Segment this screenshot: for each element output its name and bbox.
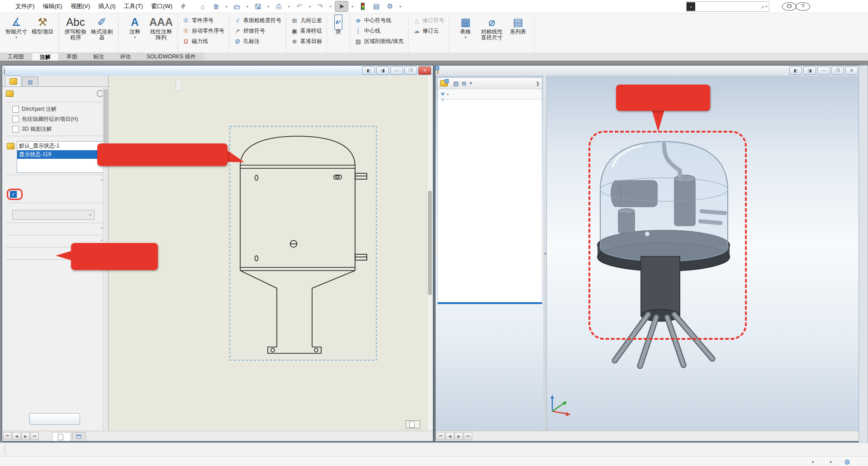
more-properties-button[interactable] <box>29 413 80 425</box>
tile-left-icon[interactable]: ◧ <box>362 67 375 75</box>
ribbon-button[interactable]: Abc 拼写检验程序 <box>62 14 89 52</box>
dimxpertmanager-tab-icon[interactable]: ⌖ <box>469 80 472 87</box>
menu-item[interactable]: 视图(V) <box>66 0 94 13</box>
options-gear-icon[interactable]: ⚙ <box>384 1 396 11</box>
undo-icon[interactable]: ↶ <box>293 1 306 11</box>
scale-section-header[interactable] <box>6 205 104 208</box>
scale-dropdown[interactable]: ▾ <box>12 210 95 220</box>
command-tab[interactable]: 评估 <box>112 52 139 61</box>
display-style-section-header[interactable]: ⌃ <box>6 177 104 185</box>
displaymanager-tab-icon[interactable] <box>475 81 481 86</box>
ribbon-button[interactable]: ⚒ 模型项目 ▾ <box>29 14 56 52</box>
drawing-vertical-scrollbar[interactable] <box>427 76 433 431</box>
command-search[interactable]: › ⌕ ▾ <box>686 1 769 12</box>
print-caret[interactable]: ▾ <box>286 1 292 11</box>
options-caret[interactable]: ▾ <box>397 1 403 11</box>
display-state-item[interactable]: 默认_显示状态-1 <box>17 142 103 150</box>
rebuild-traffic-light-icon[interactable] <box>356 1 369 11</box>
ribbon-small-button[interactable]: ① 零件序号 <box>181 17 226 24</box>
units-caret-icon[interactable]: ▲ <box>829 460 833 464</box>
ribbon-small-button[interactable]: ① 自动零件序号 <box>181 27 226 35</box>
expand-tree-icon[interactable]: ❯ <box>536 81 540 86</box>
propertymanager-tab[interactable] <box>5 76 21 86</box>
drawing-window-titlebar[interactable]: ◧ ◨ — ❐ ✕ <box>2 66 433 76</box>
ribbon-small-button[interactable]: △ 修订符号 <box>412 17 446 24</box>
first-sheet-icon[interactable]: ⏮ <box>3 432 12 440</box>
restore-icon[interactable]: ❐ <box>831 67 844 75</box>
toolbar-grip[interactable] <box>5 446 7 454</box>
display-state-item[interactable]: 显示状态-119 <box>17 150 103 159</box>
ribbon-button[interactable]: ∡ 智能尺寸 ▾ <box>3 14 29 52</box>
restore-icon[interactable]: ❐ <box>404 67 417 75</box>
next-tab-icon[interactable]: ▶ <box>455 432 463 440</box>
user-account-icon[interactable]: ⵙ <box>782 2 796 11</box>
propertymanager-tab-icon[interactable]: ▤ <box>453 80 459 87</box>
menu-item[interactable]: 编辑(E) <box>39 0 66 13</box>
ribbon-small-button[interactable]: ↗ 焊接符号 <box>232 27 283 35</box>
featuremanager-tab[interactable]: ▤ <box>22 76 38 86</box>
open-document-icon[interactable]: 🗁 <box>231 1 243 11</box>
print-icon[interactable]: ⎙ <box>272 1 285 11</box>
sheet-format-tag[interactable] <box>406 420 420 428</box>
save-icon[interactable]: 🖫 <box>251 1 264 11</box>
command-tab[interactable]: 标注 <box>85 52 112 61</box>
last-sheet-icon[interactable]: ⏭ <box>30 432 39 440</box>
tile-right-icon[interactable]: ◨ <box>376 67 389 75</box>
new-document-caret[interactable]: ▾ <box>223 1 230 11</box>
redo-caret[interactable]: ▾ <box>327 1 334 11</box>
menu-item[interactable]: 文件(F) <box>11 0 39 13</box>
ribbon-small-button[interactable]: Ω 磁力线 <box>181 38 226 45</box>
menu-item[interactable]: 工具(T) <box>120 0 147 13</box>
configurationmanager-tab-icon[interactable]: ⊞ <box>461 80 466 87</box>
ok-check-icon[interactable] <box>6 98 104 100</box>
ribbon-small-button[interactable]: √ 表面粗糙度符号 <box>232 17 283 24</box>
minimize-icon[interactable]: — <box>390 67 403 75</box>
save-caret[interactable]: ▾ <box>265 1 271 11</box>
filter-caret-icon[interactable]: ▾ <box>447 92 449 96</box>
open-caret[interactable]: ▾ <box>244 1 251 11</box>
select-caret[interactable]: ▾ <box>349 1 356 11</box>
first-tab-icon[interactable]: ⏮ <box>436 432 445 440</box>
assembly-viewport[interactable]: ▤ ⊞ ⌖ ❯ ▾ ◂ <box>436 76 860 431</box>
command-tab[interactable]: 工程图 <box>0 52 32 61</box>
command-tab[interactable]: 草图 <box>59 52 85 61</box>
display-state-section-header[interactable] <box>6 138 104 141</box>
checkbox[interactable] <box>12 106 19 113</box>
ribbon-button[interactable]: ▤ 系列表 ▾ <box>505 14 531 52</box>
sheet-tab[interactable] <box>52 432 71 441</box>
command-tab[interactable]: 注解 <box>32 52 59 61</box>
ribbon-small-button[interactable]: ☁ 修订云 <box>412 27 446 35</box>
ribbon-small-button[interactable]: Ø 孔标注 <box>232 38 283 45</box>
transparent-components-checkbox[interactable]: ✓ <box>10 191 17 198</box>
display-state-listbox[interactable]: 默认_显示状态-1显示状态-119 <box>17 141 104 173</box>
menu-item[interactable]: 窗口(W) <box>147 0 176 13</box>
checkbox-row[interactable]: 包括隐藏特征的项目(H) <box>6 114 104 124</box>
ribbon-small-button[interactable]: ⊕ 中心符号线 <box>353 17 405 24</box>
ribbon-button[interactable]: A 注释 ▾ <box>122 14 148 52</box>
search-icon[interactable]: ⌕ <box>760 3 765 10</box>
assembly-window-titlebar[interactable]: ◧ ◨ — ❐ ✕ <box>436 66 860 76</box>
pin-menu-icon[interactable] <box>181 4 185 9</box>
help-icon[interactable]: ? <box>796 2 809 11</box>
ribbon-button[interactable]: ⌀ 对称线性直径尺寸 ▾ <box>479 14 505 52</box>
ribbon-button[interactable]: ▦ 表格 ▾ <box>452 14 479 52</box>
dimension-type-section-header[interactable]: ⌃ <box>6 225 104 233</box>
ribbon-small-button[interactable]: ▣ 基准特征 <box>289 27 323 35</box>
undo-caret[interactable]: ▾ <box>307 1 313 11</box>
ribbon-small-button[interactable]: ⊕ 基准目标 <box>289 38 323 45</box>
close-icon[interactable]: ✕ <box>845 67 858 75</box>
assembly-icon[interactable] <box>440 80 448 86</box>
close-icon[interactable]: ✕ <box>418 67 431 75</box>
prev-sheet-icon[interactable]: ◀ <box>12 432 21 440</box>
ribbon-small-button[interactable]: ▨ 区域剖面线/填充 <box>353 38 405 45</box>
command-tab[interactable]: SOLIDWORKS 插件 <box>139 52 204 61</box>
checkbox[interactable] <box>12 126 19 133</box>
checkbox-row[interactable]: 3D 视图注解 <box>6 124 104 134</box>
minimize-icon[interactable]: — <box>817 67 830 75</box>
ribbon-button[interactable]: A° 块 <box>330 14 346 52</box>
checkbox-row[interactable]: DimXpert 注解 <box>6 104 104 114</box>
tile-left-icon[interactable]: ◧ <box>789 67 802 75</box>
ribbon-button[interactable]: ✐ 格式涂刷器 <box>89 14 115 52</box>
menu-item[interactable]: 插入(I) <box>94 0 119 13</box>
tree-splitter[interactable]: ◂ <box>543 76 547 431</box>
